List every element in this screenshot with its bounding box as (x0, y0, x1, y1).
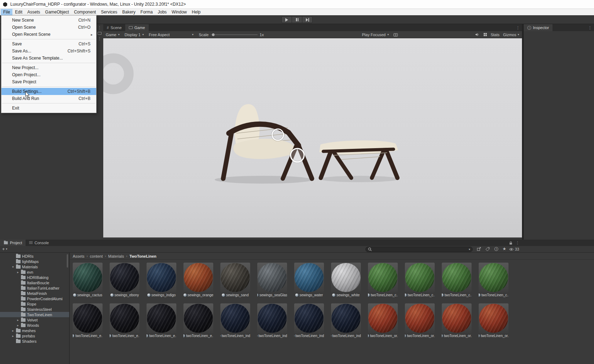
game-view-dropdown[interactable]: Game ▾ (103, 31, 122, 38)
asset-item[interactable]: twoToneLinen_e... (73, 303, 103, 338)
tree-item[interactable]: lightMaps (0, 259, 69, 264)
tree-item[interactable]: ▸ prefabs (0, 333, 69, 338)
menu-item[interactable]: Bakery (120, 9, 138, 15)
material-thumbnail[interactable] (220, 303, 250, 333)
hotspot-ring[interactable] (291, 149, 304, 162)
hidden-count-toggle[interactable]: 33 (509, 247, 519, 251)
breadcrumb-current[interactable]: TwoToneLinen (130, 254, 156, 258)
asset-item[interactable]: twoToneLinen_ind... (220, 303, 250, 338)
asset-item[interactable]: sewings_orange (183, 263, 213, 297)
asset-item[interactable]: twoToneLinen_or... (479, 303, 508, 338)
play-button[interactable] (281, 16, 292, 23)
asset-item[interactable]: sewings_white (331, 263, 361, 297)
asset-item[interactable]: twoToneLinen_e... (110, 303, 139, 338)
tree-item[interactable]: TwoToneLinen (0, 312, 69, 317)
display-icon[interactable] (98, 32, 101, 35)
menu-item[interactable]: Edit (12, 9, 25, 15)
step-button[interactable] (302, 16, 313, 23)
file-menu-item[interactable]: New Scene Ctrl+N (1, 17, 96, 24)
asset-item[interactable]: twoToneLinen_ind... (257, 303, 287, 338)
asset-item[interactable]: twoToneLinen_or... (368, 303, 398, 338)
file-menu-item[interactable]: Open Project... (1, 71, 96, 78)
material-thumbnail[interactable] (73, 303, 103, 333)
material-thumbnail[interactable] (368, 303, 398, 333)
search-options-icon[interactable]: ▾ (469, 248, 470, 251)
material-thumbnail[interactable] (479, 303, 508, 333)
file-menu-item[interactable]: Exit (1, 105, 96, 112)
file-menu-item[interactable] (2, 39, 95, 39)
asset-item[interactable]: twoToneLinen_c... (442, 263, 472, 297)
file-menu-item[interactable]: Open Scene Ctrl+O (1, 24, 96, 31)
gizmos-dropdown[interactable]: Gizmos ▾ (503, 33, 519, 37)
tree-item[interactable]: ▸ meshes (0, 328, 69, 333)
stats-toggle[interactable]: Stats (491, 33, 500, 37)
pause-button[interactable] (292, 16, 302, 23)
material-thumbnail[interactable] (368, 263, 398, 292)
tree-item[interactable]: ItalianBoucle (0, 280, 69, 285)
asset-item[interactable]: twoToneLinen_e... (147, 303, 176, 338)
material-thumbnail[interactable] (442, 263, 472, 292)
twisty-icon[interactable]: ▸ (16, 270, 20, 274)
twisty-icon[interactable]: ▸ (16, 324, 20, 327)
asset-item[interactable]: twoToneLinen_c... (479, 263, 508, 297)
search-input[interactable] (373, 247, 467, 252)
tree-item[interactable]: ItalianTurinLeather (0, 285, 69, 291)
asset-item[interactable]: sewings_cactus (73, 263, 103, 297)
lock-icon[interactable] (509, 241, 512, 245)
mute-audio-icon[interactable] (475, 33, 480, 37)
material-thumbnail[interactable] (220, 263, 250, 292)
asset-item[interactable]: sewings_indigo (147, 263, 176, 297)
file-menu-item[interactable]: Open Recent Scene ▸ (1, 31, 96, 38)
twisty-icon[interactable]: ▸ (11, 334, 15, 338)
menu-item[interactable]: Services (98, 9, 120, 15)
tab-game[interactable]: Game (125, 24, 149, 31)
material-thumbnail[interactable] (183, 263, 213, 292)
menu-item[interactable]: GameObject (43, 9, 71, 15)
menu-item[interactable]: Help (189, 9, 203, 15)
material-thumbnail[interactable] (110, 303, 139, 333)
capture-icon[interactable] (394, 33, 398, 37)
tab-project[interactable]: Project (0, 240, 26, 246)
menu-item[interactable]: Window (169, 9, 189, 15)
breadcrumb-segment[interactable]: Assets (73, 254, 84, 258)
twisty-icon[interactable]: ▸ (11, 329, 15, 332)
filter-by-label-button[interactable] (485, 247, 490, 251)
scale-slider[interactable] (211, 33, 258, 37)
material-thumbnail[interactable] (257, 263, 287, 292)
material-thumbnail[interactable] (73, 263, 103, 292)
play-focused-dropdown[interactable]: Play Focused ▾ (359, 31, 391, 38)
game-panel-menu-icon[interactable]: ⋮ (516, 26, 520, 30)
tree-item[interactable]: Shaders (0, 338, 69, 344)
file-menu-item[interactable]: Save As Scene Template... (1, 55, 96, 62)
tab-scene[interactable]: # Scene (103, 24, 125, 31)
material-thumbnail[interactable] (294, 303, 324, 333)
menu-item[interactable]: Forma (138, 9, 155, 15)
twisty-icon[interactable]: ▾ (11, 265, 15, 269)
asset-item[interactable]: sewings_sand (220, 263, 250, 297)
search-box[interactable]: ▾ (365, 247, 473, 252)
asset-item[interactable]: twoToneLinen_c... (405, 263, 435, 297)
file-menu-item[interactable] (2, 63, 95, 63)
material-thumbnail[interactable] (110, 263, 139, 292)
project-panel-menu-icon[interactable]: ⋮ (516, 241, 519, 245)
file-menu-item[interactable]: New Project... (1, 64, 96, 71)
asset-item[interactable]: twoToneLinen_or... (442, 303, 472, 338)
display-dropdown[interactable]: Display 1 ▾ (122, 31, 146, 38)
tree-item[interactable]: ▸ Woods (0, 323, 69, 328)
tree-item[interactable]: Rope (0, 301, 69, 307)
file-menu-item[interactable] (2, 86, 95, 87)
create-asset-button[interactable]: + ▾ (2, 247, 7, 251)
file-menu-item[interactable]: Build And Run Ctrl+B (1, 95, 96, 102)
material-thumbnail[interactable] (294, 263, 324, 292)
slider-knob[interactable] (211, 33, 215, 37)
breadcrumb-segment[interactable]: Materials (108, 254, 124, 258)
tree-item[interactable]: HDRIBaking (0, 275, 69, 280)
asset-item[interactable]: sewings_seaGlass (257, 263, 287, 297)
material-thumbnail[interactable] (442, 303, 472, 333)
tree-item[interactable]: MetalFinish (0, 291, 69, 296)
material-thumbnail[interactable] (331, 303, 361, 333)
material-thumbnail[interactable] (183, 303, 213, 333)
tree-scrollbar[interactable] (67, 254, 68, 268)
breadcrumb-segment[interactable]: content (90, 254, 103, 258)
tab-console[interactable]: Console (26, 240, 52, 246)
